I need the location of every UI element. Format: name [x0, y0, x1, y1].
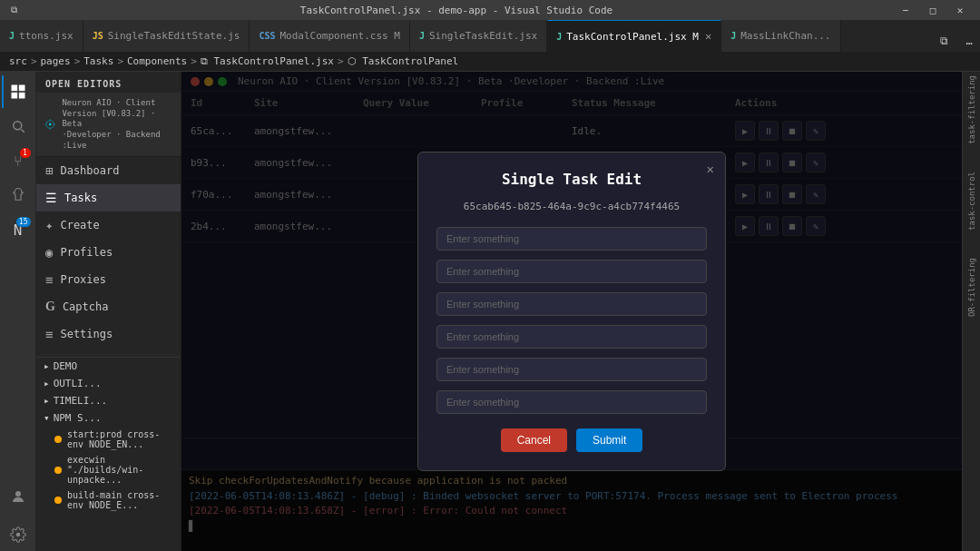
tab-modalcomponent[interactable]: CSS ModalComponent.css M: [250, 20, 410, 52]
sidebar-item-label: Proxies: [60, 273, 106, 286]
tab-taskcontrolpanel[interactable]: J TaskControlPanel.jsx M ✕: [547, 20, 721, 52]
tab-icon: J: [419, 31, 425, 41]
modal-input-4[interactable]: [436, 325, 707, 349]
sidebar-item-captcha[interactable]: G Captcha: [36, 293, 181, 320]
more-actions-icon[interactable]: …: [958, 30, 980, 52]
svg-rect-1: [18, 85, 24, 92]
breadcrumb-part[interactable]: src: [9, 55, 27, 67]
tab-close-icon[interactable]: ✕: [705, 30, 711, 43]
git-activity-icon[interactable]: ⑂ 1: [2, 144, 34, 177]
single-task-edit-modal: ✕ Single Task Edit 65cab645-b825-464a-9c…: [417, 152, 726, 471]
breadcrumb-part[interactable]: ⧉ TaskControlPanel.jsx: [201, 55, 334, 67]
title-bar-left: ⧉: [7, 4, 20, 16]
proxies-icon: ≡: [45, 272, 53, 287]
tab-ttons[interactable]: J ttons.jsx: [0, 20, 83, 52]
svg-rect-2: [11, 93, 17, 99]
breadcrumb: src > pages > Tasks > Components > ⧉ Tas…: [0, 52, 980, 72]
filter-label-task-filtering: task-filtering: [967, 75, 976, 144]
title-bar-controls: − □ ✕: [893, 0, 973, 20]
tab-label: SingleTaskEdit.jsx: [429, 30, 537, 42]
explorer-section-timeli[interactable]: ▸TIMELI...: [36, 392, 181, 409]
tab-icon: JS: [93, 31, 103, 41]
sidebar-item-dashboard[interactable]: ⊞ Dashboard: [36, 157, 181, 184]
filter-label-or-filtering: OR-filtering: [967, 258, 976, 317]
tab-icon: J: [730, 31, 736, 41]
modal-input-2[interactable]: [436, 260, 707, 283]
sidebar-item-tasks[interactable]: ☰ Tasks: [36, 184, 181, 212]
breadcrumb-part[interactable]: Tasks: [83, 55, 113, 67]
activity-bar: ⑂ 1 N 15: [0, 72, 36, 551]
sidebar-nav: ⊞ Dashboard ☰ Tasks ✦ Create ◉ Profiles …: [36, 157, 181, 348]
split-editor-icon[interactable]: ⧉: [933, 30, 955, 52]
tab-icon: CSS: [259, 31, 275, 41]
sidebar-item-create[interactable]: ✦ Create: [36, 212, 181, 239]
sidebar-item-label: Settings: [60, 328, 113, 340]
breadcrumb-part[interactable]: Components: [127, 55, 187, 67]
explorer-activity-icon[interactable]: [2, 75, 34, 108]
search-activity-icon[interactable]: [2, 110, 34, 143]
git-badge: 1: [20, 148, 31, 158]
tab-icon: J: [556, 32, 562, 42]
extensions-badge: 15: [16, 217, 31, 227]
tab-label: ttons.jsx: [19, 30, 74, 42]
breadcrumb-part[interactable]: ⬡ TaskControlPanel: [348, 55, 459, 67]
tab-label: SingleTaskEditState.js: [108, 30, 240, 42]
tab-icon: J: [9, 31, 15, 41]
modal-input-5[interactable]: [436, 358, 707, 381]
sidebar-item-label: Captcha: [63, 300, 109, 313]
sidebar-item-profiles[interactable]: ◉ Profiles: [36, 239, 181, 266]
explorer-panel: OPEN EDITORS Neuron AIO · Client Version…: [36, 72, 181, 551]
tab-singletaskedit[interactable]: J SingleTaskEdit.jsx: [410, 20, 547, 52]
npm-dot-icon: [54, 467, 62, 474]
modal-footer: Cancel Submit: [436, 428, 707, 452]
tab-masslinkchan[interactable]: J MassLinkChan...: [721, 20, 840, 52]
modal-cancel-button[interactable]: Cancel: [501, 428, 567, 452]
npm-item-startprod[interactable]: start:prod cross-env NODE_EN...: [36, 427, 181, 452]
explorer-section-demo[interactable]: ▸DEMO: [36, 358, 181, 375]
content-area: Neuron AIO · Client Version [V0.83.2] · …: [181, 72, 962, 551]
tab-label: MassLinkChan...: [740, 30, 830, 42]
maximize-button[interactable]: □: [920, 0, 946, 20]
svg-point-5: [15, 533, 20, 537]
create-icon: ✦: [45, 218, 53, 232]
modal-submit-button[interactable]: Submit: [576, 428, 642, 452]
tab-bar: J ttons.jsx JS SingleTaskEditState.js CS…: [0, 20, 980, 52]
dashboard-icon: ⊞: [45, 163, 53, 178]
right-sidebar: task-filtering task-control OR-filtering: [962, 72, 980, 551]
svg-point-4: [15, 491, 21, 497]
modal-title: Single Task Edit: [436, 171, 707, 188]
tab-label: TaskControlPanel.jsx M: [566, 31, 699, 43]
npm-item-execwin[interactable]: execwin "./builds/win-unpacke...: [36, 452, 181, 487]
explorer-section-npms[interactable]: ▾NPM S...: [36, 409, 181, 427]
settings-activity-icon[interactable]: [2, 518, 34, 551]
extensions-activity-icon[interactable]: N 15: [2, 213, 34, 246]
title-bar: ⧉ TaskControlPanel.jsx - demo-app - Visu…: [0, 0, 980, 20]
settings-icon: ≡: [45, 327, 53, 341]
tab-singletaskeditstate[interactable]: JS SingleTaskEditState.js: [83, 20, 250, 52]
captcha-icon: G: [45, 300, 55, 314]
explorer-section-outli[interactable]: ▸OUTLI...: [36, 375, 181, 392]
sidebar-item-proxies[interactable]: ≡ Proxies: [36, 266, 181, 293]
accounts-activity-icon[interactable]: [2, 480, 34, 513]
modal-input-6[interactable]: [436, 390, 707, 414]
minimize-button[interactable]: −: [893, 0, 918, 20]
explorer-title: OPEN EDITORS: [36, 72, 181, 93]
breadcrumb-part[interactable]: pages: [41, 55, 71, 67]
svg-point-7: [49, 123, 52, 126]
modal-input-3[interactable]: [436, 292, 707, 316]
neuron-logo-icon: [44, 112, 56, 137]
close-button[interactable]: ✕: [947, 0, 973, 20]
sidebar-item-settings[interactable]: ≡ Settings: [36, 320, 181, 348]
debug-activity-icon[interactable]: [2, 179, 34, 212]
modal-overlay: ✕ Single Task Edit 65cab645-b825-464a-9c…: [181, 72, 962, 551]
tab-label: ModalComponent.css M: [279, 30, 399, 42]
title-bar-title: TaskControlPanel.jsx - demo-app - Visual…: [20, 5, 893, 16]
neuron-brand-text: Neuron AIO · Client Version [V0.83.2] · …: [62, 98, 173, 151]
npm-dot-icon: [54, 436, 62, 443]
modal-subtitle: 65cab645-b825-464a-9c9c-a4cb774f4465: [436, 201, 707, 212]
profiles-icon: ◉: [45, 245, 53, 260]
npm-item-buildmain[interactable]: build-main cross-env NODE_E...: [36, 487, 181, 513]
modal-close-icon[interactable]: ✕: [707, 162, 714, 176]
modal-input-1[interactable]: [436, 227, 707, 251]
neuron-brand: Neuron AIO · Client Version [V0.83.2] · …: [36, 93, 181, 157]
